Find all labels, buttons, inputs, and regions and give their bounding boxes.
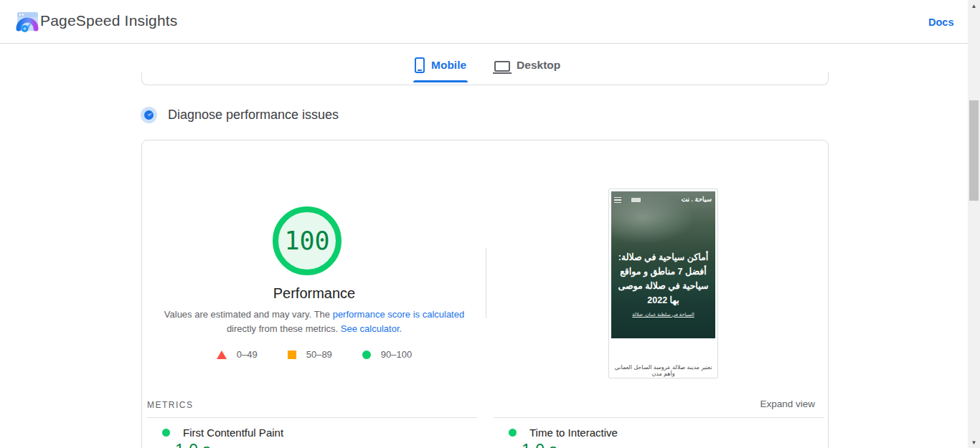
screenshot-site-name: سياحة . نت (682, 196, 712, 203)
gauge-screenshot-divider (486, 248, 486, 318)
metric-time-to-interactive: Time to Interactive (509, 426, 618, 439)
screenshot-caption: تعتبر مدينة صلالة عروسة الساحل العماني و… (612, 364, 715, 377)
app-header: PageSpeed Insights Docs (0, 0, 980, 44)
final-screenshot-thumbnail[interactable]: سياحة . نت أماكن سياحية في صلالة: أفضل 7… (608, 189, 718, 378)
active-tab-underline (413, 80, 468, 82)
see-calculator-link[interactable]: See calculator. (341, 323, 402, 334)
legend-average-range: 50–89 (306, 349, 332, 360)
metric-name: First Contentful Paint (183, 426, 283, 439)
vertical-scrollbar[interactable]: ▲ ▼ (968, 0, 980, 448)
metric-fcp-value: 1.0 s (175, 441, 211, 448)
screenshot-page-title: أماكن سياحية في صلالة: أفضل 7 مناطق و مو… (613, 250, 713, 308)
pass-status-icon (162, 429, 170, 437)
tab-desktop-label: Desktop (517, 59, 560, 72)
device-tabs: Mobile Desktop (413, 53, 562, 77)
hamburger-menu-icon (614, 197, 621, 203)
docs-link[interactable]: Docs (928, 16, 953, 28)
metric-name: Time to Interactive (529, 426, 618, 439)
fail-triangle-icon (217, 351, 227, 359)
gauge-icon (141, 107, 157, 123)
scroll-down-arrow-icon[interactable]: ▼ (968, 437, 980, 448)
tab-desktop[interactable]: Desktop (493, 53, 562, 77)
metric-first-contentful-paint: First Contentful Paint (162, 426, 283, 439)
metric-tti-value: 1.0 s (522, 441, 557, 448)
metrics-heading: METRICS (147, 400, 194, 410)
score-description-text1: Values are estimated and may vary. The (164, 309, 333, 320)
scroll-up-arrow-icon[interactable]: ▲ (968, 0, 980, 11)
tab-mobile-label: Mobile (431, 59, 466, 72)
pass-circle-icon (362, 351, 371, 359)
legend-pass-range: 90–100 (381, 349, 412, 360)
mobile-phone-icon (415, 57, 425, 73)
score-description: Values are estimated and may vary. The p… (156, 308, 472, 336)
scrollbar-thumb[interactable] (969, 100, 979, 201)
app-title: PageSpeed Insights (40, 12, 178, 29)
legend-item-fail: 0–49 (217, 349, 258, 360)
score-description-text2: directly from these metrics. (227, 323, 341, 334)
metrics-divider-left (147, 417, 477, 418)
screenshot-page-subtitle: السياحة في سلطنة عمان، صلالة (611, 312, 715, 318)
diagnose-section-header: Diagnose performance issues (141, 107, 339, 123)
section-title: Diagnose performance issues (168, 108, 339, 123)
desktop-laptop-icon (494, 61, 510, 72)
performance-score-value: 100 (284, 227, 329, 255)
screenshot-logo-placeholder (631, 198, 641, 202)
screenshot-image: سياحة . نت أماكن سياحية في صلالة: أفضل 7… (611, 191, 715, 338)
average-square-icon (288, 351, 296, 359)
pass-status-icon (509, 429, 517, 437)
legend-item-pass: 90–100 (362, 349, 412, 360)
pagespeed-insights-page: PageSpeed Insights Docs Mobile Desktop D… (0, 0, 980, 448)
score-scale-legend: 0–49 50–89 90–100 (156, 349, 472, 360)
expand-view-button[interactable]: Expand view (760, 399, 815, 409)
legend-fail-range: 0–49 (237, 349, 258, 360)
metrics-divider-right (494, 417, 824, 418)
pagespeed-logo-icon (14, 9, 40, 34)
tab-mobile[interactable]: Mobile (413, 53, 468, 77)
performance-category-label: Performance (149, 285, 479, 302)
score-calculation-link[interactable]: performance score is calculated (333, 309, 465, 320)
performance-report-card: 100 Performance Values are estimated and… (141, 140, 829, 448)
legend-item-average: 50–89 (288, 349, 332, 360)
performance-score-gauge[interactable]: 100 (273, 206, 341, 275)
